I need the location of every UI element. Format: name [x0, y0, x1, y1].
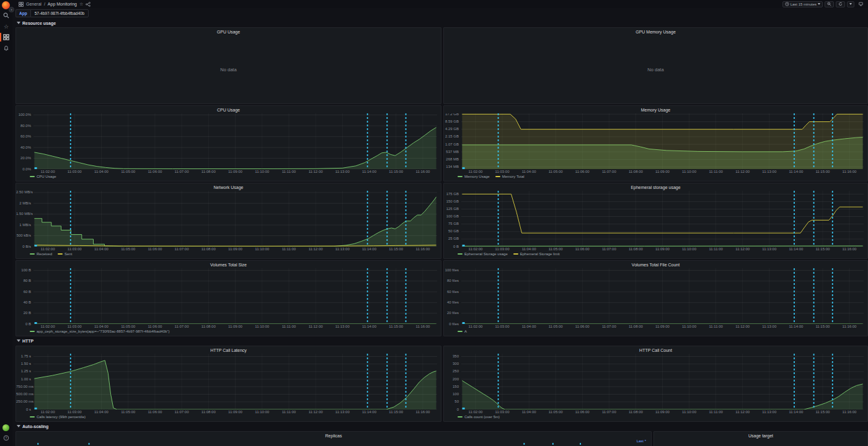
legend-item[interactable]: Memory Usage	[458, 175, 490, 178]
x-axis-tick: 11:05:00	[543, 410, 568, 414]
panel-title[interactable]: HTTP Call Count	[444, 346, 867, 354]
y-axis-tick: 134 MB	[444, 165, 459, 169]
volumes-files-chart[interactable]: 0 files20 files40 files60 files80 files1…	[444, 268, 867, 336]
legend-item[interactable]: Calls latency (99th percentile)	[30, 415, 86, 419]
panel-title[interactable]: CPU Usage	[16, 106, 441, 113]
x-axis-tick: 11:12:00	[730, 410, 755, 414]
time-range-picker[interactable]: Last 15 minutes	[782, 1, 823, 7]
x-axis-tick: 11:04:00	[89, 410, 113, 414]
panel-http-call-latency: HTTP Call Latency 0 s250.00 ms500.00 ms7…	[16, 346, 441, 422]
favorite-star-icon[interactable]: ☆	[79, 2, 83, 7]
x-axis-tick: 11:02:00	[35, 325, 60, 329]
x-axis-tick: 11:10:00	[677, 247, 702, 251]
search-icon[interactable]	[2, 12, 10, 19]
legend-item[interactable]: Ephemeral Storage usage	[458, 252, 508, 256]
x-axis-tick: 11:09:00	[650, 410, 675, 414]
http-count-chart[interactable]: 05010015020025030035011:02:0011:03:0011:…	[444, 354, 867, 421]
panel-title[interactable]: Volumes Total File Count	[444, 261, 867, 268]
dashboard-title[interactable]: App Monitoring	[48, 2, 77, 6]
replicas-chart[interactable]: Last *	[16, 439, 651, 446]
kiosk-mode-button[interactable]	[856, 1, 866, 7]
y-axis-tick: 50	[444, 400, 459, 404]
legend-item[interactable]: Calls count (over 5m)	[458, 415, 500, 419]
y-axis-tick: 0 files	[444, 322, 459, 326]
panel-title[interactable]: Memory Usage	[444, 106, 867, 113]
y-axis-tick: 0 B/s	[16, 245, 31, 249]
section-resource-usage[interactable]: Resource usage	[17, 20, 56, 26]
legend-swatch	[30, 331, 35, 332]
sidebar-expand-button[interactable]: ›	[9, 7, 14, 12]
y-axis-tick: 2 MB/s	[16, 201, 31, 206]
ephemeral-storage-chart[interactable]: 0 B25 GB50 GB75 GB100 GB125 GB150 GB175 …	[444, 191, 867, 258]
y-axis-tick: 40 files	[444, 300, 459, 305]
sidebar: ☆ ?	[0, 0, 12, 446]
cpu-usage-chart[interactable]: 0.0%20.0%40.0%60.0%80.0%100.0%11:02:0011…	[16, 113, 441, 181]
x-axis-tick: 11:11:00	[277, 410, 301, 414]
legend-item[interactable]: Sent	[58, 252, 72, 256]
y-axis-tick: 0 s	[16, 408, 31, 412]
legend-last-header[interactable]: Last *	[637, 439, 646, 443]
panel-title[interactable]: Network Usage	[16, 183, 441, 191]
help-icon[interactable]: ?	[2, 434, 10, 442]
legend-item[interactable]: Received	[30, 252, 52, 256]
legend-item[interactable]: Ephemeral Storage limit	[513, 252, 560, 256]
x-axis-tick: 11:12:00	[730, 170, 755, 174]
y-axis-tick: 60.0%	[16, 134, 31, 139]
x-axis-tick: 11:06:00	[570, 325, 595, 329]
x-axis-tick: 11:05:00	[116, 247, 141, 251]
refresh-button[interactable]	[836, 1, 845, 7]
panel-title[interactable]: Ephemeral storage usage	[444, 183, 867, 191]
legend-item[interactable]: Memory Total	[495, 175, 525, 178]
x-axis-tick: 11:06:00	[143, 325, 167, 329]
panel-volumes-file-count: Volumes Total File Count 0 files20 files…	[443, 260, 868, 336]
alerting-bell-icon[interactable]	[2, 45, 10, 52]
y-axis-tick: 75 GB	[444, 222, 459, 226]
http-latency-chart[interactable]: 0 s250.00 ms500.00 ms750.00 ms1.00 s1.25…	[16, 354, 441, 421]
dashboards-icon[interactable]	[2, 33, 10, 41]
variable-value-dropdown[interactable]: 57-4b97-987f-4fbb4fbad40b	[30, 9, 89, 17]
zoom-out-icon	[827, 2, 831, 6]
x-axis-tick: 11:08:00	[623, 247, 648, 251]
legend-item[interactable]: app_ceph_storage_size_bytes{app=~"730f93…	[30, 330, 169, 333]
x-axis-tick: 11:07:00	[596, 247, 621, 251]
volumes-size-chart[interactable]: 0 B20 B40 B60 B80 B100 B11:02:0011:03:00…	[16, 268, 441, 336]
y-axis-tick: 0.0%	[16, 167, 31, 172]
x-axis-tick: 11:11:00	[277, 325, 301, 329]
star-icon[interactable]: ☆	[2, 23, 10, 30]
x-axis-tick: 11:13:00	[330, 325, 355, 329]
breadcrumb-folder[interactable]: General	[26, 2, 42, 6]
panel-title[interactable]: Usage target	[654, 432, 867, 439]
legend-item[interactable]: A	[458, 330, 467, 333]
section-http[interactable]: HTTP	[17, 338, 33, 344]
x-axis-tick: 11:13:00	[757, 410, 782, 414]
share-icon[interactable]	[86, 2, 91, 7]
x-axis-tick: 11:02:00	[463, 247, 488, 251]
x-axis-tick: 11:12:00	[730, 247, 755, 251]
panel-title[interactable]: GPU Memory Usage	[444, 28, 867, 35]
chart-legend: ReceivedSent	[30, 252, 72, 256]
breadcrumb: General / App Monitoring ☆	[19, 2, 91, 7]
template-variables: App 57-4b97-987f-4fbb4fbad40b	[16, 9, 89, 17]
x-axis-tick: 11:13:00	[330, 170, 355, 174]
panel-title[interactable]: Volumes Total Size	[16, 261, 441, 268]
y-axis-tick: 125 GB	[444, 207, 459, 211]
section-auto-scaling[interactable]: Auto-scaling	[17, 423, 48, 429]
panel-title[interactable]: HTTP Call Latency	[16, 346, 441, 354]
x-axis-tick: 11:08:00	[623, 410, 648, 414]
network-usage-chart[interactable]: 0 B/s500 kB/s1 MB/s1.50 MB/s2 MB/s2.50 M…	[16, 191, 441, 258]
user-avatar[interactable]	[2, 424, 9, 431]
dashboard-controls: Last 15 minutes	[782, 1, 866, 7]
x-axis-tick: 11:15:00	[384, 170, 409, 174]
panel-title[interactable]: Replicas	[16, 432, 651, 439]
y-axis-tick: 200	[444, 377, 459, 382]
refresh-interval-dropdown[interactable]	[847, 1, 854, 7]
x-axis-tick: 11:16:00	[837, 247, 862, 251]
zoom-out-button[interactable]	[825, 1, 834, 7]
x-axis-tick: 11:03:00	[62, 170, 87, 174]
panel-title[interactable]: GPU Usage	[16, 28, 441, 35]
legend-item[interactable]: CPU Usage	[30, 175, 56, 178]
memory-usage-chart[interactable]: 134 MB268 MB537 MB1.07 GB2.15 GB4.29 GB8…	[444, 113, 867, 181]
x-axis-tick: 11:16:00	[410, 325, 435, 329]
x-axis-tick: 11:13:00	[330, 410, 355, 414]
x-axis-tick: 11:06:00	[570, 170, 595, 174]
